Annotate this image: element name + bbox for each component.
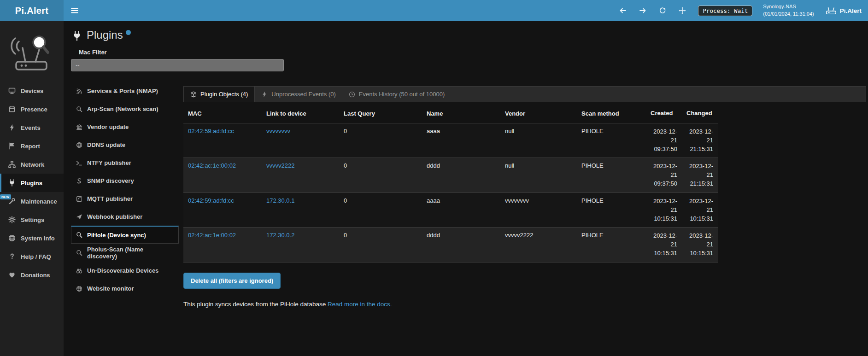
app-logo[interactable]: Pi.Alert	[0, 0, 64, 21]
refresh-button[interactable]	[657, 4, 669, 18]
docs-link[interactable]: Read more in the docs.	[328, 301, 392, 308]
gear-icon	[8, 216, 16, 223]
created-cell: 2023-12-21 10:15:31	[646, 228, 682, 263]
sidebar-item-presence[interactable]: Presence	[0, 100, 64, 118]
send-icon	[76, 214, 82, 220]
created-cell: 2023-12-21 10:15:31	[646, 193, 682, 228]
plugin-nav-item-undiscoverable[interactable]: Un-Discoverable Devices	[71, 262, 179, 280]
name-cell: aaaa	[422, 123, 500, 158]
sidebar-item-label: System info	[21, 235, 55, 242]
table-row: 02:42:ac:1e:00:02 172.30.0.2 0 dddd vvvv…	[183, 228, 718, 263]
page-header: Plugins	[72, 29, 866, 41]
plugin-nav-label: Vendor update	[87, 123, 129, 130]
sidebar-toggle-button[interactable]	[64, 0, 86, 21]
app-logo-text: Pi.Alert	[15, 6, 48, 16]
host-time: (01/01/2024, 11:31:04)	[763, 11, 814, 18]
hamburger-icon	[70, 6, 79, 15]
clock-icon	[349, 91, 355, 98]
mac-link[interactable]: 02:42:ac:1e:00:02	[188, 162, 236, 169]
plugin-nav-label: Un-Discoverable Devices	[87, 267, 158, 274]
mac-filter-label: Mac Filter	[79, 49, 866, 56]
terminal-icon	[76, 160, 82, 166]
tab-unprocessed-events[interactable]: Unprocessed Events (0)	[255, 87, 342, 102]
mac-link[interactable]: 02:42:ac:1e:00:02	[188, 232, 236, 239]
tab-plugin-objects[interactable]: Plugin Objects (4)	[184, 87, 255, 102]
plugin-nav-item-pihole[interactable]: PiHole (Device sync)	[71, 226, 179, 244]
calendar-icon	[8, 105, 16, 113]
plugin-nav-item-ddns[interactable]: DDNS update	[71, 136, 179, 154]
sidebar-item-donations[interactable]: Donations	[0, 266, 64, 284]
tab-events-history[interactable]: Events History (50 out of 10000)	[342, 87, 451, 102]
changed-cell: 2023-12-21 21:15:31	[682, 158, 718, 193]
plugin-nav-label: Website monitor	[87, 285, 134, 292]
device-link[interactable]: vvvvv2222	[266, 162, 294, 169]
sidebar-item-label: Settings	[21, 216, 44, 223]
arrow-right-icon	[639, 7, 646, 14]
globe-icon	[8, 234, 16, 242]
sidebar-menu: Devices Presence Events Report Network P…	[0, 82, 64, 284]
plugin-nav-item-vendor-update[interactable]: Vendor update	[71, 118, 179, 136]
mac-link[interactable]: 02:42:59:ad:fd:cc	[188, 128, 234, 134]
plugin-nav-item-website-monitor[interactable]: Website monitor	[71, 280, 179, 298]
mac-filter-input[interactable]	[71, 59, 284, 71]
changed-cell: 2023-12-21 21:15:31	[682, 123, 718, 158]
plugin-nav-label: MQTT publisher	[87, 195, 133, 202]
topbar-right-cluster: Process: Wait Synology-NAS (01/01/2024, …	[617, 0, 868, 21]
plugin-nav-item-snmp[interactable]: SNMP discovery	[71, 172, 179, 190]
arrow-left-icon	[619, 7, 627, 14]
sidebar-item-label: Donations	[21, 272, 50, 279]
plugin-nav-item-ntfy[interactable]: NTFY publisher	[71, 154, 179, 172]
plugin-nav-item-mqtt[interactable]: MQTT publisher	[71, 190, 179, 208]
sidebar-item-report[interactable]: Report	[0, 137, 64, 155]
plugin-nav-label: Services & Ports (NMAP)	[87, 88, 158, 94]
flag-icon	[8, 142, 16, 150]
sidebar-item-plugins[interactable]: Plugins	[0, 174, 64, 192]
col-header-changed: Changed	[682, 105, 718, 123]
globe-icon	[76, 286, 82, 292]
sidebar-item-label: Plugins	[21, 180, 42, 187]
name-cell: aaaa	[422, 193, 500, 228]
sidebar-item-system-info[interactable]: System info	[0, 229, 64, 247]
plugin-nav-label: SNMP discovery	[87, 177, 134, 184]
plugin-nav-item-arpscan[interactable]: Arp-Scan (Network scan)	[71, 100, 179, 118]
device-link[interactable]: 172.30.0.1	[266, 197, 294, 204]
fullscreen-move-button[interactable]	[676, 4, 688, 18]
delete-all-button[interactable]: Delete all (filters are ignored)	[183, 273, 281, 289]
col-header-last-query: Last Query	[339, 105, 422, 123]
sidebar-item-network[interactable]: Network	[0, 155, 64, 174]
device-link[interactable]: vvvvvvvv	[266, 128, 290, 134]
last-query-cell: 0	[339, 123, 422, 158]
sidebar-item-label: Network	[21, 161, 44, 168]
plugin-nav-item-webhook[interactable]: Webhook publisher	[71, 208, 179, 226]
sidebar-item-help-faq[interactable]: Help / FAQ	[0, 247, 64, 266]
plugin-nav-item-nmap[interactable]: Services & Ports (NMAP)	[71, 82, 179, 100]
last-query-cell: 0	[339, 193, 422, 228]
col-header-scan-method: Scan method	[577, 105, 646, 123]
history-forward-button[interactable]	[637, 4, 649, 18]
move-icon	[679, 7, 686, 14]
plugin-nav-list: Services & Ports (NMAP) Arp-Scan (Networ…	[71, 82, 179, 308]
plugin-nav-label: DDNS update	[87, 141, 125, 148]
sidebar-item-devices[interactable]: Devices	[0, 82, 64, 100]
history-back-button[interactable]	[617, 4, 629, 18]
sidebar-item-events[interactable]: Events	[0, 118, 64, 137]
plugin-nav-label: Webhook publisher	[87, 213, 142, 220]
mqtt-icon	[76, 196, 82, 202]
tab-label: Plugin Objects (4)	[200, 91, 248, 98]
sidebar-item-settings[interactable]: Settings	[0, 210, 64, 229]
search-icon	[76, 250, 82, 256]
mac-link[interactable]: 02:42:59:ad:fd:cc	[188, 197, 234, 204]
app-mini-brand[interactable]: Pi.Alert	[826, 6, 862, 15]
table-row: 02:42:59:ad:fd:cc vvvvvvvv 0 aaaa null P…	[183, 123, 718, 158]
router-icon	[826, 6, 837, 15]
host-info: Synology-NAS (01/01/2024, 11:31:04)	[763, 3, 814, 18]
bolt-icon	[261, 91, 268, 98]
plugin-nav-item-pholus[interactable]: Pholus-Scan (Name discovery)	[71, 244, 179, 262]
changed-cell: 2023-12-21 10:15:31	[682, 193, 718, 228]
col-header-mac: MAC	[183, 105, 262, 123]
heart-icon	[8, 271, 16, 279]
main-content: Plugins Mac Filter Services & Ports (NMA…	[64, 21, 868, 356]
app-mini-label: Pi.Alert	[840, 7, 862, 14]
device-link[interactable]: 172.30.0.2	[266, 232, 294, 239]
vendor-cell: vvvvvvvv	[500, 193, 577, 228]
